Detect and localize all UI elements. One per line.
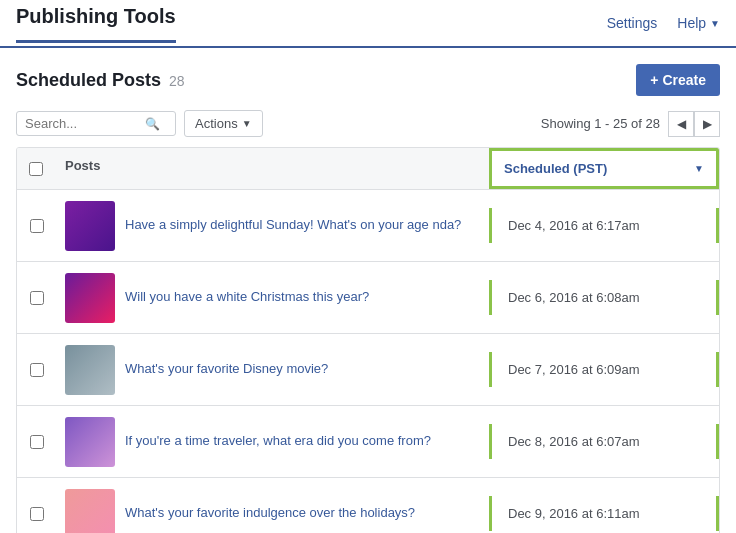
create-button[interactable]: + Create (636, 64, 720, 96)
table-header: Posts Scheduled (PST) ▼ (17, 148, 719, 190)
col-header-scheduled[interactable]: Scheduled (PST) ▼ (489, 148, 719, 189)
row-date-cell: Dec 7, 2016 at 6:09am (489, 352, 719, 387)
showing-text: Showing 1 - 25 of 28 (541, 116, 660, 131)
row-checkbox[interactable] (30, 219, 44, 233)
row-checkbox[interactable] (30, 291, 44, 305)
row-checkbox-cell[interactable] (17, 425, 57, 459)
row-checkbox[interactable] (30, 507, 44, 521)
row-post-cell: Will you have a white Christmas this yea… (57, 263, 489, 333)
actions-label: Actions (195, 116, 238, 131)
row-post-cell: What's your favorite indulgence over the… (57, 479, 489, 534)
table-row: Will you have a white Christmas this yea… (17, 262, 719, 334)
row-post-cell: What's your favorite Disney movie? (57, 335, 489, 405)
actions-button[interactable]: Actions ▼ (184, 110, 263, 137)
toolbar-right: Showing 1 - 25 of 28 ◀ ▶ (541, 111, 720, 137)
row-checkbox-cell[interactable] (17, 353, 57, 387)
page-title: Scheduled Posts (16, 70, 161, 91)
row-checkbox[interactable] (30, 435, 44, 449)
row-date-cell: Dec 6, 2016 at 6:08am (489, 280, 719, 315)
nav-right: Settings Help ▼ (607, 15, 720, 31)
post-count: 28 (169, 73, 185, 89)
row-date-cell: Dec 8, 2016 at 6:07am (489, 424, 719, 459)
posts-table: Posts Scheduled (PST) ▼ Have a simply de… (16, 147, 720, 533)
select-all-checkbox[interactable] (29, 162, 43, 176)
search-input[interactable] (25, 116, 145, 131)
page-header: Scheduled Posts 28 + Create (16, 64, 720, 96)
col-header-posts: Posts (57, 148, 489, 189)
next-page-button[interactable]: ▶ (694, 111, 720, 137)
post-thumbnail (65, 417, 115, 467)
post-text[interactable]: Have a simply delightful Sunday! What's … (125, 216, 461, 234)
post-text[interactable]: What's your favorite indulgence over the… (125, 504, 415, 522)
post-thumbnail (65, 201, 115, 251)
row-checkbox[interactable] (30, 363, 44, 377)
select-all-cell[interactable] (17, 148, 57, 189)
actions-caret-icon: ▼ (242, 118, 252, 129)
row-post-cell: Have a simply delightful Sunday! What's … (57, 191, 489, 261)
table-row: What's your favorite Disney movie? Dec 7… (17, 334, 719, 406)
help-link[interactable]: Help ▼ (677, 15, 720, 31)
post-text[interactable]: What's your favorite Disney movie? (125, 360, 328, 378)
post-text[interactable]: If you're a time traveler, what era did … (125, 432, 431, 450)
search-box[interactable]: 🔍 (16, 111, 176, 136)
row-checkbox-cell[interactable] (17, 281, 57, 315)
settings-link[interactable]: Settings (607, 15, 658, 31)
row-post-cell: If you're a time traveler, what era did … (57, 407, 489, 477)
header-left: Scheduled Posts 28 (16, 70, 185, 91)
row-date-cell: Dec 4, 2016 at 6:17am (489, 208, 719, 243)
help-label: Help (677, 15, 706, 31)
prev-page-button[interactable]: ◀ (668, 111, 694, 137)
scheduled-col-caret-icon: ▼ (694, 163, 704, 174)
row-checkbox-cell[interactable] (17, 209, 57, 243)
toolbar-left: 🔍 Actions ▼ (16, 110, 263, 137)
post-text[interactable]: Will you have a white Christmas this yea… (125, 288, 369, 306)
row-checkbox-cell[interactable] (17, 497, 57, 531)
table-body: Have a simply delightful Sunday! What's … (17, 190, 719, 533)
post-thumbnail (65, 273, 115, 323)
table-row: What's your favorite indulgence over the… (17, 478, 719, 533)
table-row: If you're a time traveler, what era did … (17, 406, 719, 478)
post-thumbnail (65, 345, 115, 395)
pagination-nav: ◀ ▶ (668, 111, 720, 137)
post-thumbnail (65, 489, 115, 534)
main-content: Scheduled Posts 28 + Create 🔍 Actions ▼ … (0, 48, 736, 533)
table-row: Have a simply delightful Sunday! What's … (17, 190, 719, 262)
top-nav: Publishing Tools Settings Help ▼ (0, 0, 736, 48)
help-caret-icon: ▼ (710, 18, 720, 29)
scheduled-col-label: Scheduled (PST) (504, 161, 607, 176)
row-date-cell: Dec 9, 2016 at 6:11am (489, 496, 719, 531)
search-icon: 🔍 (145, 117, 160, 131)
toolbar: 🔍 Actions ▼ Showing 1 - 25 of 28 ◀ ▶ (16, 110, 720, 137)
app-title: Publishing Tools (16, 5, 176, 43)
